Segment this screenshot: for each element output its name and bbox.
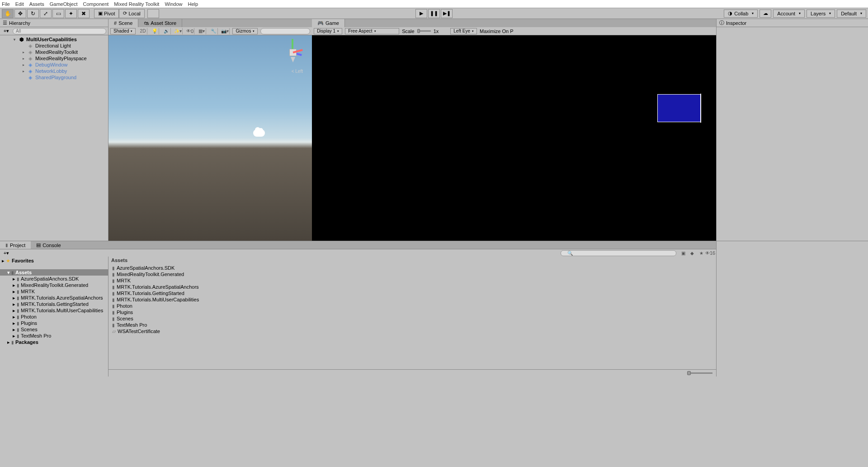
play-button[interactable]: ▶ (415, 9, 427, 18)
project-list-item[interactable]: ▮MixedRealityToolkit.Generated (112, 271, 712, 277)
menu-edit[interactable]: Edit (15, 1, 24, 7)
hierarchy-item[interactable]: ▸◈MixedRealityPlayspace (0, 55, 108, 62)
breadcrumb[interactable]: Assets (108, 257, 716, 264)
project-tree-item[interactable]: ▸▮TextMesh Pro (0, 333, 108, 339)
transform-tool-button[interactable]: ✦ (65, 9, 77, 18)
project-list-item[interactable]: ▱WSATestCertificate (112, 328, 712, 334)
display-dropdown[interactable]: Display 1 (314, 28, 342, 34)
game-view[interactable] (312, 35, 716, 241)
tree-item-label: AzureSpatialAnchors.SDK (21, 276, 79, 281)
hierarchy-search[interactable] (13, 28, 106, 34)
scene-search[interactable] (260, 28, 310, 34)
step-button[interactable]: ▶❚ (441, 9, 453, 18)
project-list-item[interactable]: ▮TextMesh Pro (112, 322, 712, 328)
menu-gameobject[interactable]: GameObject (50, 1, 78, 7)
layers-dropdown[interactable]: Layers (807, 10, 835, 18)
account-dropdown[interactable]: Account (773, 10, 805, 18)
move-tool-button[interactable]: ✥ (14, 9, 26, 18)
console-tab[interactable]: ▤ Console (31, 241, 66, 249)
project-tree-item[interactable]: ▸▮MRTK (0, 288, 108, 295)
inspector-tab[interactable]: ⓘ Inspector (717, 19, 868, 27)
filter-by-label-icon[interactable]: ◆ (688, 250, 696, 256)
camera-icon[interactable]: 📷▾ (221, 28, 230, 34)
project-create-button[interactable]: +▾ (2, 250, 11, 256)
rect-tool-button[interactable]: ▭ (52, 9, 64, 18)
snap-button[interactable] (147, 9, 159, 18)
hierarchy-item[interactable]: ◈SharedPlayground (0, 74, 108, 81)
scale-slider[interactable] (417, 30, 431, 32)
aspect-dropdown[interactable]: Free Aspect (345, 28, 399, 34)
packages-item[interactable]: ▸▮ Packages (0, 339, 108, 345)
rotate-tool-button[interactable]: ↻ (27, 9, 39, 18)
scene-tab[interactable]: # Scene (108, 19, 138, 27)
folder-icon: ▮ (17, 283, 19, 288)
project-tree-item[interactable]: ▸▮AzureSpatialAnchors.SDK (0, 276, 108, 282)
project-tree-item[interactable]: ▸▮MRTK.Tutorials.MultiUserCapabilities (0, 307, 108, 314)
create-button[interactable]: +▾ (2, 28, 11, 34)
project-tab[interactable]: ▮ Project (0, 241, 31, 249)
menu-mrtk[interactable]: Mixed Reality Toolkit (114, 1, 159, 7)
audio-icon[interactable]: 🔊 (162, 28, 171, 34)
tools-icon[interactable]: 🔧 (209, 28, 218, 34)
menu-window[interactable]: Window (165, 1, 182, 7)
project-tree-item[interactable]: ▸▮MRTK.Tutorials.GettingStarted (0, 301, 108, 307)
star-icon: ★ (6, 258, 10, 264)
tree-item-label: MRTK.Tutorials.GettingStarted (21, 301, 89, 307)
project-list-item[interactable]: ▮MRTK.Tutorials.MultiUserCapabilities (112, 296, 712, 303)
tree-item-label: Photon (21, 314, 37, 319)
hierarchy-item[interactable]: ◈Directional Light (0, 43, 108, 49)
asset-store-tab[interactable]: 🛍 Asset Store (138, 19, 182, 27)
game-tab[interactable]: 🎮 Game (312, 19, 345, 27)
hierarchy-item[interactable]: ▸◈DebugWindow (0, 62, 108, 68)
favorites-item[interactable]: ▸★ Favorites (0, 257, 108, 264)
pivot-button[interactable]: ▣ Pivot (94, 9, 119, 18)
project-tree-item[interactable]: ▸▮MixedRealityToolkit.Generated (0, 282, 108, 288)
hidden-packages[interactable]: 👁16 (706, 250, 714, 256)
pause-button[interactable]: ❚❚ (428, 9, 440, 18)
hierarchy-tab[interactable]: ☰ Hierarchy (0, 19, 108, 27)
eye-dropdown[interactable]: Left Eye (450, 28, 477, 34)
project-tree-item[interactable]: ▸▮Scenes (0, 326, 108, 333)
menu-assets[interactable]: Assets (29, 1, 44, 7)
cloud-icon[interactable]: ☁ (760, 10, 771, 18)
layout-dropdown[interactable]: Default (837, 10, 866, 18)
2d-toggle[interactable]: 2D (138, 28, 147, 34)
shading-mode-dropdown[interactable]: Shaded (110, 28, 136, 34)
grid-icon[interactable]: ▦▾ (197, 28, 206, 34)
project-list-item[interactable]: ▮AzureSpatialAnchors.SDK (112, 265, 712, 271)
assets-root-item[interactable]: ▾▮ Assets (0, 269, 108, 276)
custom-tool-button[interactable]: ✖ (78, 9, 90, 18)
orientation-gizmo[interactable] (279, 39, 307, 66)
scale-tool-button[interactable]: ⤢ (40, 9, 52, 18)
collab-dropdown[interactable]: ◑ Collab (724, 10, 758, 18)
hidden-objects[interactable]: 👁 0 (185, 28, 194, 34)
scene-root[interactable]: ▾ ⬢ MultiUserCapabilities (0, 36, 108, 43)
project-list-item[interactable]: ▮Scenes (112, 315, 712, 322)
project-list-item[interactable]: ▮MRTK.Tutorials.GettingStarted (112, 290, 712, 296)
filter-by-type-icon[interactable]: ▣ (679, 250, 687, 256)
project-list-item[interactable]: ▮MRTK (112, 277, 712, 284)
hierarchy-item[interactable]: ▸◈MixedRealityToolkit (0, 49, 108, 55)
project-tree-item[interactable]: ▸▮Photon (0, 314, 108, 320)
gizmos-dropdown[interactable]: Gizmos (232, 28, 258, 34)
fx-icon[interactable]: ✨▾ (174, 28, 183, 34)
project-list-item[interactable]: ▮MRTK.Tutorials.AzureSpatialAnchors (112, 284, 712, 290)
icon-size-slider[interactable] (687, 372, 712, 374)
menu-component[interactable]: Component (83, 1, 108, 7)
save-search-icon[interactable]: ★ (697, 250, 705, 256)
foldout-icon[interactable]: ▾ (14, 38, 18, 42)
hierarchy-item[interactable]: ▸◈NetworkLobby (0, 68, 108, 74)
menu-help[interactable]: Help (188, 1, 198, 7)
local-button[interactable]: ⟳ Local (119, 9, 144, 18)
project-list-item[interactable]: ▮Photon (112, 303, 712, 309)
project-tree-item[interactable]: ▸▮MRTK.Tutorials.AzureSpatialAnchors (0, 295, 108, 301)
project-list-item[interactable]: ▮Plugins (112, 309, 712, 315)
folder-icon: ▮ (17, 302, 19, 307)
menu-file[interactable]: File (2, 1, 10, 7)
lighting-icon[interactable]: 💡 (150, 28, 159, 34)
cube-icon: ◈ (28, 68, 34, 74)
project-search[interactable]: 🔍 (561, 250, 676, 256)
project-tree-item[interactable]: ▸▮Plugins (0, 320, 108, 326)
scene-view[interactable]: < Left (108, 35, 312, 241)
hand-tool-button[interactable]: ✋ (2, 9, 14, 18)
